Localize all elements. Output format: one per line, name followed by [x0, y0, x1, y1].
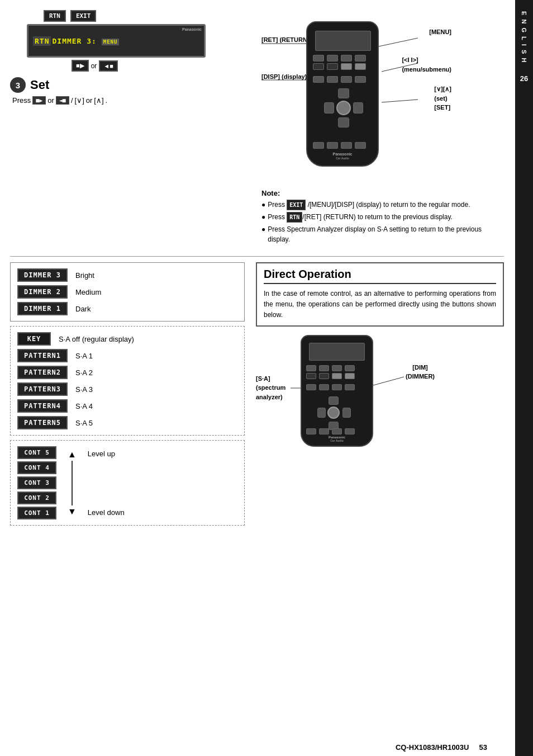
top-section: RTN EXIT RTNDIMMER 3: MENU Panasonic ■▶ …: [10, 10, 504, 246]
rtn-tag: RTN: [287, 212, 302, 223]
arrow-up-symbol: ▲: [68, 450, 77, 460]
label-set: [∨][∧](set)[SET]: [434, 84, 451, 112]
svg-line-4: [382, 100, 418, 102]
dimmer-row-3: DIMMER 3 Bright: [17, 268, 237, 282]
cont-2-label: CONT 2: [17, 492, 56, 504]
mini-left-arrow: ■▶: [32, 96, 46, 105]
dimmer-3-text: Bright: [75, 271, 94, 280]
display-text: RTNDIMMER 3: MENU: [33, 37, 120, 45]
level-down-text: Level down: [88, 508, 125, 517]
bullet-2: ●: [261, 212, 265, 222]
main-content: RTN EXIT RTNDIMMER 3: MENU Panasonic ■▶ …: [0, 0, 515, 756]
sidebar-language: E N G L I S H: [521, 11, 527, 63]
footer-model: CQ-HX1083/HR1003U: [396, 743, 469, 752]
display-button-row: RTN EXIT: [44, 10, 245, 22]
cont-labels: CONT 5 CONT 4 CONT 3 CONT 2 CONT 1: [17, 446, 56, 519]
sidebar-page-number: 26: [520, 74, 528, 83]
right-sidebar: E N G L I S H 26: [515, 0, 533, 756]
label-sa: [S·A](spectrumanalyzer): [256, 374, 285, 402]
pattern1-text: S·A 1: [75, 352, 93, 360]
cont-3-label: CONT 3: [17, 476, 56, 489]
dimmer-2-label: DIMMER 2: [17, 285, 68, 299]
press-label: Press: [12, 96, 31, 105]
cont-box: CONT 5 CONT 4 CONT 3 CONT 2 CONT 1 ▲ ▼: [10, 440, 245, 526]
remote-body-top: PanasonicCar Audio: [306, 21, 379, 167]
pattern1-label: PATTERN1: [17, 349, 68, 362]
bottom-right: Direct Operation In the case of remote c…: [256, 262, 504, 526]
direct-operation-box: Direct Operation In the case of remote c…: [256, 262, 504, 327]
cont-4-label: CONT 4: [17, 461, 56, 474]
section-divider: [10, 256, 504, 257]
remote-diagram-bottom: [S·A](spectrumanalyzer) [DIM](DIMMER): [256, 332, 435, 461]
cont-arrow: ▲ ▼: [68, 450, 77, 517]
dimmer-row-2: DIMMER 2 Medium: [17, 285, 237, 299]
dimmer-2-text: Medium: [75, 288, 101, 296]
pattern4-label: PATTERN4: [17, 399, 68, 413]
bottom-left: DIMMER 3 Bright DIMMER 2 Medium DIMMER 1…: [10, 262, 245, 526]
bottom-section: DIMMER 3 Bright DIMMER 2 Medium DIMMER 1…: [10, 262, 504, 526]
mini-right-arrow: ◄■: [56, 96, 69, 105]
note-item-2: ● Press RTN/[RET] (RETURN) to return to …: [261, 212, 504, 223]
cont-5-label: CONT 5: [17, 446, 56, 459]
sa-row-5: PATTERN5 S·A 5: [17, 416, 237, 429]
step3-heading: 3 Set: [10, 77, 245, 93]
remote-body-bottom: PanasonicCar Audio: [301, 335, 373, 447]
cont-rows: CONT 5 CONT 4 CONT 3 CONT 2 CONT 1 ▲ ▼: [17, 446, 237, 519]
arrows-row: ■▶ or ◄■: [72, 60, 245, 72]
top-left: RTN EXIT RTNDIMMER 3: MENU Panasonic ■▶ …: [10, 10, 245, 246]
press-v: [∨]: [75, 96, 84, 105]
press-caret: [∧]: [94, 96, 103, 105]
sa-row-4: PATTERN4 S·A 4: [17, 399, 237, 413]
key-text: S·A off (regular display): [59, 335, 134, 343]
bullet-3: ●: [261, 224, 265, 234]
dimmer-1-text: Dark: [75, 305, 91, 313]
direct-operation-title: Direct Operation: [264, 268, 496, 284]
step-number: 3: [10, 77, 26, 93]
arrow-left-btn: ■▶: [72, 60, 89, 72]
pattern3-text: S·A 3: [75, 385, 93, 394]
up-down-arrow: ▲ ▼: [68, 450, 77, 517]
sa-row-3: PATTERN3 S·A 3: [17, 382, 237, 396]
note-item-3: ● Press Spectrum Analyzer display on S·A…: [261, 224, 504, 244]
note-box: Note: ● Press EXIT /[MENU]/[DISP] (displ…: [261, 189, 504, 244]
note-item-1: ● Press EXIT /[MENU]/[DISP] (display) to…: [261, 200, 504, 210]
note-item-3-text: Press Spectrum Analyzer display on S·A s…: [268, 224, 504, 244]
svg-line-6: [373, 377, 404, 385]
label-disp: [DISP] (display): [261, 73, 307, 80]
exit-button-label: EXIT: [70, 10, 97, 22]
cont-text: Level up Level down: [88, 450, 125, 517]
bullet-1: ●: [261, 200, 265, 210]
arrow-down-symbol: ▼: [68, 507, 77, 517]
rtn-button-label: RTN: [44, 10, 66, 22]
level-up-text: Level up: [88, 450, 125, 458]
svg-line-1: [379, 38, 418, 46]
pattern5-text: S·A 5: [75, 419, 93, 427]
label-menu: [MENU]: [429, 29, 451, 35]
arrow-right-btn: ◄■: [99, 60, 118, 72]
press-instruction: Press ■▶ or ◄■ / [∨] or [∧] .: [12, 96, 245, 105]
press-or1: or: [47, 96, 54, 105]
key-label: KEY: [17, 332, 51, 346]
footer-page: 53: [479, 743, 487, 752]
pattern5-label: PATTERN5: [17, 416, 68, 429]
label-lr: [<I I>](menu/submenu): [402, 55, 451, 74]
step-title: Set: [30, 78, 49, 92]
dimmer-options-box: DIMMER 3 Bright DIMMER 2 Medium DIMMER 1…: [10, 262, 245, 322]
arrows-or: or: [91, 62, 97, 70]
pattern3-label: PATTERN3: [17, 382, 68, 396]
sa-options-box: KEY S·A off (regular display) PATTERN1 S…: [10, 326, 245, 436]
label-dim: [DIM](DIMMER): [406, 363, 435, 381]
pattern2-label: PATTERN2: [17, 366, 68, 379]
pattern4-text: S·A 4: [75, 402, 93, 410]
cont-1-label: CONT 1: [17, 507, 56, 519]
press-or2: or: [86, 96, 93, 105]
dimmer-1-label: DIMMER 1: [17, 302, 68, 315]
sa-row-key: KEY S·A off (regular display): [17, 332, 237, 346]
note-title: Note:: [261, 189, 504, 197]
label-ret: [RET] (RETURN): [261, 36, 310, 43]
direct-operation-description: In the case of remote control, as an alt…: [264, 289, 496, 321]
display-screen: RTNDIMMER 3: MENU Panasonic: [27, 24, 206, 58]
arrow-line: [72, 461, 73, 505]
dimmer-row-1: DIMMER 1 Dark: [17, 302, 237, 315]
top-right: [RET] (RETURN) [MENU] [DISP] (display) […: [245, 10, 504, 246]
